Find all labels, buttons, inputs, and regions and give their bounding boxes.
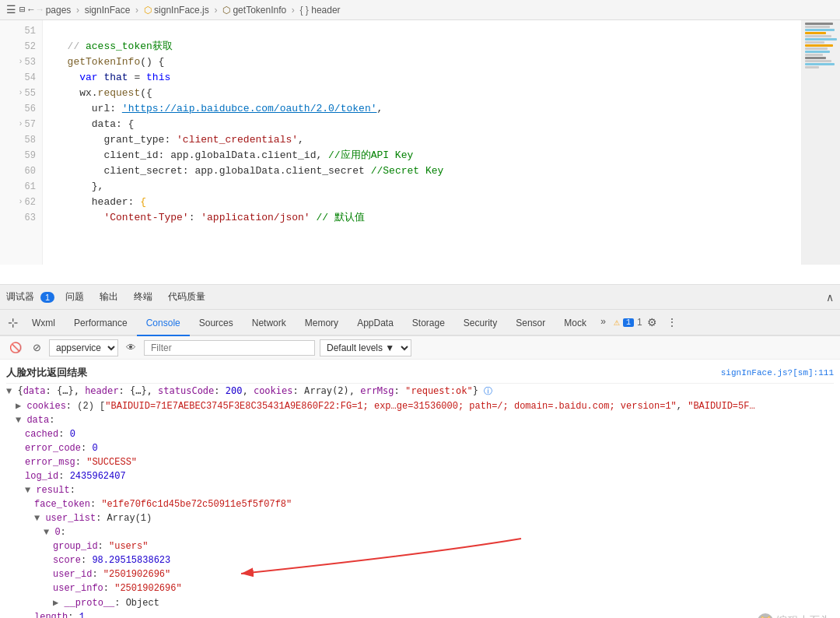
hamburger-icon[interactable]: ☰ (6, 3, 16, 16)
back-btn[interactable]: ← (28, 5, 33, 16)
debugger-label: 调试器 (6, 290, 34, 304)
log-levels-selector[interactable]: Default levels ▼ (320, 339, 411, 356)
expand-icon[interactable]: ▶ (53, 598, 58, 609)
filter-input[interactable] (144, 340, 315, 356)
more-options-icon[interactable]: ⋮ (662, 313, 682, 332)
service-selector[interactable]: appservice (49, 339, 118, 356)
expand-icon[interactable]: ▼ (16, 415, 21, 426)
info-icon[interactable]: ⓘ (484, 387, 492, 396)
list-item: error_msg: "SUCCESS" (6, 455, 834, 469)
expand-icon[interactable]: ▶ (16, 401, 21, 412)
devtools-panel: 调试器 1 问题 输出 终端 代码质量 ∧ ⊹ Wxml Performance… (0, 285, 840, 618)
expand-icon[interactable]: ▼ (25, 485, 30, 496)
tab-code-quality[interactable]: 代码质量 (163, 290, 210, 304)
tab-network[interactable]: Network (243, 310, 296, 336)
console-output: 人脸对比返回结果 signInFace.js?[sm]:111 ▼ {data:… (0, 360, 840, 618)
console-log-link[interactable]: signInFace.js?[sm]:111 (721, 368, 834, 377)
list-item: log_id: 2435962407 (6, 469, 834, 483)
tab-storage[interactable]: Storage (403, 310, 454, 336)
tab-performance[interactable]: Performance (65, 310, 137, 336)
line-numbers: 51 52 ›53 54 ›55 56 ›57 58 59 60 61 ›62 … (0, 20, 43, 265)
watermark: 🐱 编程小石头 (758, 613, 831, 618)
list-item: ▼ 0: (6, 525, 834, 539)
list-item: user_id: "2501902696" (6, 567, 834, 581)
tab-sources[interactable]: Sources (190, 310, 243, 336)
list-item: score: 98.29515838623 (6, 553, 834, 567)
tabs-more-icon[interactable]: » (596, 317, 611, 328)
console-log-header: 人脸对比返回结果 signInFace.js?[sm]:111 (6, 363, 834, 384)
list-item: ▶ __proto__: Object (6, 595, 834, 610)
code-editor: 51 52 ›53 54 ›55 56 ›57 58 59 60 61 ›62 … (0, 20, 840, 285)
debugger-badge: 1 (40, 292, 54, 303)
stop-on-error-button[interactable]: ⊘ (30, 340, 44, 355)
clear-console-button[interactable]: 🚫 (6, 340, 25, 355)
flag-icon: 1 (623, 318, 634, 327)
list-item: error_code: 0 (6, 441, 834, 455)
expand-icon[interactable]: ▼ (6, 386, 12, 397)
tab-sensor[interactable]: Sensor (506, 310, 555, 336)
tab-console[interactable]: Console (137, 310, 190, 336)
code-minimap (801, 20, 840, 265)
list-item: ▶ cookies: (2) ["BAIDUID=71E7AEBEC3745F3… (6, 399, 834, 413)
favicon-icon: ⊟ (19, 4, 25, 16)
warning-count: 1 (637, 317, 642, 328)
list-item: user_info: "2501902696" (6, 581, 834, 595)
watermark-text: 编程小石头 (776, 614, 831, 618)
list-item: ▼ result: (6, 483, 834, 497)
code-content: // acess_token获取 getTokenInfo() { var th… (43, 20, 801, 265)
watermark-icon: 🐱 (758, 613, 773, 618)
forward-btn[interactable]: → (37, 5, 42, 16)
devtools-toolbar1: 调试器 1 问题 输出 终端 代码质量 ∧ (0, 285, 840, 310)
tab-terminal[interactable]: 终端 (129, 290, 157, 304)
console-filter-toolbar: 🚫 ⊘ appservice 👁 Default levels ▼ (0, 336, 840, 360)
cursor-tool-icon[interactable]: ⊹ (3, 312, 23, 333)
list-item: group_id: "users" (6, 539, 834, 553)
tab-wxml[interactable]: Wxml (23, 310, 65, 336)
settings-icon[interactable]: ⚙ (642, 313, 662, 332)
console-output-wrapper: 人脸对比返回结果 signInFace.js?[sm]:111 ▼ {data:… (0, 360, 840, 618)
tab-mock[interactable]: Mock (555, 310, 596, 336)
tab-memory[interactable]: Memory (296, 310, 348, 336)
list-item: face_token: "e1fe70f6c1d45be72c50911e5f5… (6, 497, 834, 511)
tab-issues[interactable]: 问题 (61, 290, 89, 304)
eye-icon[interactable]: 👁 (123, 340, 139, 355)
tab-appdata[interactable]: AppData (348, 310, 403, 336)
warning-icon: ⚠ (614, 316, 620, 328)
list-item: cached: 0 (6, 427, 834, 441)
list-item: ▼ data: (6, 413, 834, 427)
breadcrumb-text: pages › signInFace › ⬡ signInFace.js › ⬡… (46, 5, 341, 16)
expand-icon[interactable]: ▼ (34, 513, 40, 524)
list-item: ▼ user_list: Array(1) (6, 511, 834, 525)
list-item: length: 1 (6, 610, 834, 618)
tab-warnings: ⚠ 1 1 (614, 316, 642, 328)
console-log-title: 人脸对比返回结果 (6, 366, 87, 380)
devtools-tabs-bar: ⊹ Wxml Performance Console Sources Netwo… (0, 310, 840, 336)
list-item: ▼ {data: {…}, header: {…}, statusCode: 2… (6, 384, 834, 399)
collapse-button[interactable]: ∧ (826, 291, 834, 304)
breadcrumb: ☰ ⊟ ← → pages › signInFace › ⬡ signInFac… (0, 0, 840, 20)
tab-output[interactable]: 输出 (95, 290, 123, 304)
expand-icon[interactable]: ▼ (44, 527, 49, 538)
tab-security[interactable]: Security (454, 310, 506, 336)
